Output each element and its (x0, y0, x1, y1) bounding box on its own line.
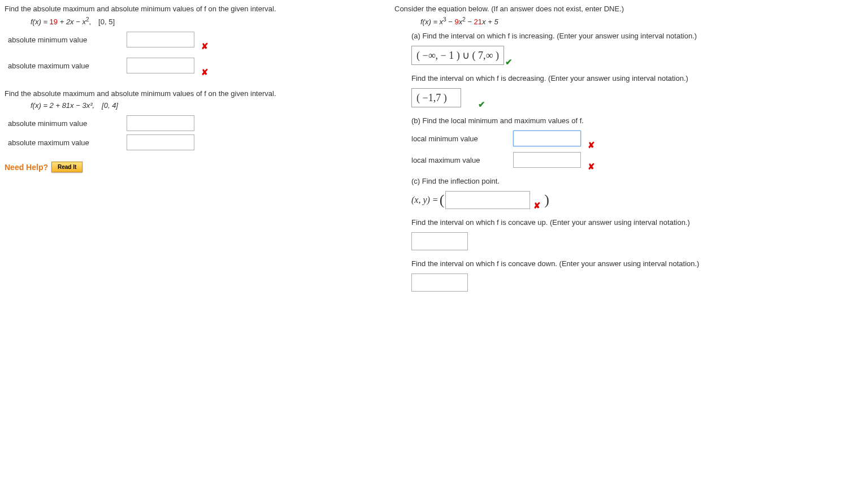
p2-max-row: absolute maximum value (5, 134, 383, 150)
c-xy-row: (x, y) = ( ✘ ) (411, 191, 847, 209)
p1-min-row: absolute minimum value ✘ (5, 32, 383, 47)
p2-min-label: absolute minimum value (5, 119, 121, 128)
incorrect-icon: ✘ (533, 201, 541, 211)
open-paren: ( (440, 193, 445, 207)
left-column: Find the absolute maximum and absolute m… (5, 5, 383, 296)
part-a-answer-row: ( −∞, − 1 ) ∪ ( 7,∞ ) ✔ (411, 46, 847, 65)
need-help-label: Need Help? (5, 163, 48, 172)
part-b-prompt: (b) Find the local minimum and maximum v… (411, 116, 847, 125)
xy-label: (x, y) = (411, 195, 439, 205)
right-body: (a) Find the interval on which f is incr… (394, 32, 847, 292)
problem-1-prompt: Find the absolute maximum and absolute m… (5, 5, 383, 13)
b-min-input[interactable] (513, 131, 581, 146)
page-columns: Find the absolute maximum and absolute m… (5, 5, 863, 296)
correct-icon: ✔ (505, 57, 513, 67)
p1-max-row: absolute maximum value ✘ (5, 58, 383, 73)
problem-1: Find the absolute maximum and absolute m… (5, 5, 383, 73)
problem-1-equation: f(x) = 19 + 2x − x2, [0, 5] (5, 16, 383, 26)
incorrect-icon: ✘ (201, 41, 209, 51)
p2-max-label: absolute maximum value (5, 138, 121, 147)
b-max-input[interactable] (513, 152, 581, 168)
b-max-label: local maximum value (411, 156, 507, 164)
read-it-button[interactable]: Read It (51, 162, 83, 172)
p2-max-input[interactable] (127, 134, 194, 150)
p1-max-input[interactable] (127, 58, 194, 73)
b-min-label: local minimum value (411, 134, 507, 143)
c2-input[interactable] (411, 232, 468, 250)
p2-min-row: absolute minimum value (5, 115, 383, 131)
c3-input[interactable] (411, 273, 468, 292)
p1-min-input[interactable] (127, 32, 194, 47)
p1-max-label: absolute maximum value (5, 62, 121, 70)
incorrect-icon: ✘ (588, 162, 595, 172)
part-a2-prompt: Find the interval on which f is decreasi… (411, 74, 847, 82)
part-c3-prompt: Find the interval on which f is concave … (411, 259, 847, 268)
part-a-prompt: (a) Find the interval on which f is incr… (411, 32, 847, 40)
consider-prompt: Consider the equation below. (If an answ… (394, 5, 847, 13)
c3-answer-row (411, 273, 847, 292)
problem-2-equation: f(x) = 2 + 81x − 3x³, [0, 4] (5, 101, 383, 110)
p1-min-label: absolute minimum value (5, 36, 121, 44)
problem-2: Find the absolute maximum and absolute m… (5, 89, 383, 172)
incorrect-icon: ✘ (201, 67, 209, 77)
right-equation: f(x) = x3 − 9x2 − 21x + 5 (394, 16, 847, 26)
close-paren: ) (544, 193, 549, 207)
part-c-prompt: (c) Find the inflection point. (411, 177, 847, 185)
right-column: Consider the equation below. (If an answ… (394, 5, 847, 296)
help-bar: Need Help? Read It (5, 162, 383, 172)
c2-answer-row (411, 232, 847, 250)
part-c2-prompt: Find the interval on which f is concave … (411, 218, 847, 227)
correct-icon: ✔ (478, 99, 485, 110)
incorrect-icon: ✘ (588, 140, 595, 150)
c-xy-input[interactable] (445, 191, 530, 209)
problem-2-prompt: Find the absolute maximum and absolute m… (5, 89, 383, 98)
b-min-row: local minimum value ✘ (411, 131, 847, 146)
b-max-row: local maximum value ✘ (411, 152, 847, 168)
p2-min-input[interactable] (127, 115, 194, 131)
part-a2-answer-row: ( −1,7 ) ✔ (411, 88, 847, 107)
part-a-answer[interactable]: ( −∞, − 1 ) ∪ ( 7,∞ ) (411, 46, 504, 65)
part-a2-answer[interactable]: ( −1,7 ) (411, 88, 461, 107)
